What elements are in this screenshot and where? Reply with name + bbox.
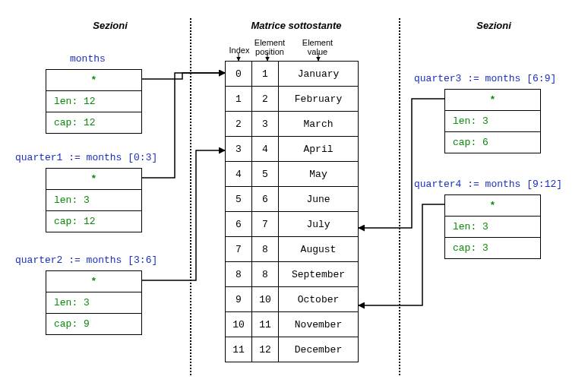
cell-value: February	[279, 87, 359, 112]
slice-months: months * len: 12 cap: 12	[30, 53, 156, 134]
slice-box: * len: 3 cap: 9	[46, 270, 142, 335]
table-row: 88September	[226, 262, 359, 287]
cell-index: 0	[226, 62, 252, 87]
slice-box: * len: 3 cap: 6	[444, 89, 541, 153]
slice-title: quarter1 := months [0:3]	[15, 152, 175, 163]
cell-position: 12	[252, 337, 279, 362]
cell-index: 7	[226, 237, 252, 262]
slice-ptr: *	[46, 70, 141, 91]
slice-quarter1: quarter1 := months [0:3] * len: 3 cap: 1…	[15, 152, 175, 232]
table-row: 67July	[226, 212, 359, 237]
cell-value: July	[279, 212, 359, 237]
slice-quarter3: quarter3 := months [6:9] * len: 3 cap: 6	[414, 73, 574, 153]
slice-cap: cap: 6	[445, 132, 540, 153]
divider-left	[190, 18, 191, 375]
table-row: 56June	[226, 187, 359, 212]
cell-value: June	[279, 187, 359, 212]
header-left: Sezioni	[72, 20, 148, 31]
cell-value: April	[279, 137, 359, 162]
cell-value: May	[279, 162, 359, 187]
cell-position: 3	[252, 112, 279, 137]
slice-len: len: 3	[46, 190, 141, 211]
slice-title: quarter4 := months [9:12]	[414, 179, 581, 190]
cell-value: August	[279, 237, 359, 262]
cell-value: November	[279, 312, 359, 337]
col-header-index: Index	[228, 46, 251, 55]
cell-index: 4	[226, 162, 252, 187]
cell-position: 6	[252, 187, 279, 212]
slice-box: * len: 3 cap: 12	[46, 168, 142, 232]
cell-position: 5	[252, 162, 279, 187]
slice-box: * len: 3 cap: 3	[444, 194, 541, 259]
slice-ptr: *	[445, 195, 540, 217]
slice-ptr: *	[46, 169, 141, 190]
cell-position: 8	[252, 262, 279, 287]
table-row: 1011November	[226, 312, 359, 337]
cell-position: 2	[252, 87, 279, 112]
slice-cap: cap: 12	[46, 112, 141, 133]
header-right: Sezioni	[456, 20, 532, 31]
cell-value: October	[279, 287, 359, 312]
table-row: 23March	[226, 112, 359, 137]
table-row: 1112December	[226, 337, 359, 362]
table-row: 34April	[226, 137, 359, 162]
cell-value: December	[279, 337, 359, 362]
cell-index: 3	[226, 137, 252, 162]
cell-position: 1	[252, 62, 279, 87]
table-row: 78August	[226, 237, 359, 262]
cell-position: 8	[252, 237, 279, 262]
slice-quarter2: quarter2 := months [3:6] * len: 3 cap: 9	[15, 254, 175, 335]
slice-len: len: 3	[445, 217, 540, 238]
diagram-root: Sezioni Matrice sottostante Sezioni Inde…	[0, 0, 588, 392]
cell-index: 2	[226, 112, 252, 137]
underlying-array-table: 01January12February23March34April45May56…	[225, 61, 359, 362]
cell-index: 8	[226, 262, 252, 287]
cell-position: 7	[252, 212, 279, 237]
cell-index: 9	[226, 287, 252, 312]
slice-len: len: 12	[46, 91, 141, 112]
slice-len: len: 3	[46, 292, 141, 314]
table-row: 45May	[226, 162, 359, 187]
cell-value: January	[279, 62, 359, 87]
slice-ptr: *	[46, 271, 141, 292]
col-header-position: Element position	[252, 38, 287, 56]
cell-index: 11	[226, 337, 252, 362]
slice-box: * len: 12 cap: 12	[46, 69, 142, 134]
table-row: 910October	[226, 287, 359, 312]
cell-position: 10	[252, 287, 279, 312]
table-row: 12February	[226, 87, 359, 112]
cell-index: 1	[226, 87, 252, 112]
cell-position: 11	[252, 312, 279, 337]
header-center: Matrice sottostante	[236, 20, 357, 31]
cell-index: 5	[226, 187, 252, 212]
slice-cap: cap: 9	[46, 314, 141, 334]
slice-ptr: *	[445, 90, 540, 111]
slice-title: months	[70, 53, 156, 65]
slice-cap: cap: 3	[445, 238, 540, 258]
divider-right	[399, 18, 400, 375]
slice-cap: cap: 12	[46, 211, 141, 232]
slice-quarter4: quarter4 := months [9:12] * len: 3 cap: …	[414, 179, 581, 259]
slice-title: quarter3 := months [6:9]	[414, 73, 574, 84]
cell-index: 10	[226, 312, 252, 337]
cell-position: 4	[252, 137, 279, 162]
cell-value: March	[279, 112, 359, 137]
cell-index: 6	[226, 212, 252, 237]
slice-title: quarter2 := months [3:6]	[15, 254, 175, 266]
table-row: 01January	[226, 62, 359, 87]
slice-len: len: 3	[445, 111, 540, 132]
col-header-value: Element value	[295, 38, 340, 56]
cell-value: September	[279, 262, 359, 287]
